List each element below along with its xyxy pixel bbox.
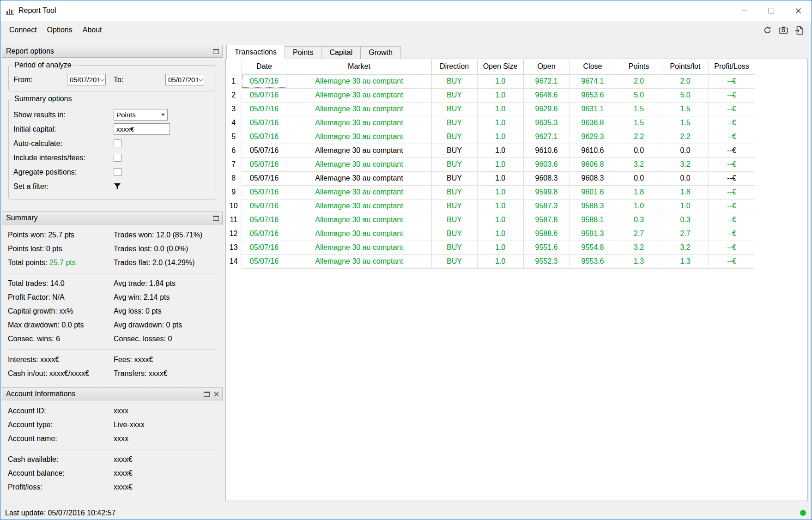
- cell-points[interactable]: 1.5: [616, 116, 662, 130]
- tab-capital[interactable]: Capital: [321, 46, 361, 59]
- cell-direction[interactable]: BUY: [431, 227, 477, 241]
- cell-points[interactable]: 0.3: [616, 213, 662, 227]
- cell-open[interactable]: 9627.1: [523, 130, 570, 144]
- agregate-positions-checkbox[interactable]: [114, 168, 121, 176]
- cell-profit-loss[interactable]: --€: [709, 213, 755, 227]
- cell-close[interactable]: 9591.3: [570, 227, 616, 241]
- cell-points[interactable]: 2.0: [616, 74, 662, 88]
- cell-market[interactable]: Allemagne 30 au comptant: [287, 144, 431, 157]
- cell-points[interactable]: 3.2: [616, 157, 662, 171]
- menu-item-about[interactable]: About: [78, 22, 107, 38]
- cell-market[interactable]: Allemagne 30 au comptant: [287, 171, 431, 185]
- cell-points-lot[interactable]: 0.0: [662, 144, 709, 157]
- cell-market[interactable]: Allemagne 30 au comptant: [287, 130, 431, 144]
- float-dock-icon[interactable]: [213, 49, 219, 54]
- maximize-button[interactable]: [758, 0, 785, 21]
- menu-item-connect[interactable]: Connect: [4, 22, 42, 38]
- tab-transactions[interactable]: Transactions: [226, 45, 285, 59]
- initial-capital-input[interactable]: [114, 123, 170, 135]
- cell-points-lot[interactable]: 3.2: [662, 157, 709, 171]
- cell-points[interactable]: 1.8: [616, 185, 662, 199]
- cell-date[interactable]: 05/07/16: [242, 102, 287, 116]
- cell-open-size[interactable]: 1.0: [477, 199, 523, 213]
- tab-points[interactable]: Points: [285, 46, 321, 59]
- float-dock-icon[interactable]: [213, 216, 219, 221]
- cell-open-size[interactable]: 1.0: [477, 116, 523, 130]
- cell-close[interactable]: 9629.3: [570, 130, 616, 144]
- cell-points[interactable]: 2.7: [616, 227, 662, 241]
- cell-points-lot[interactable]: 2.7: [662, 227, 709, 241]
- cell-open-size[interactable]: 1.0: [477, 144, 523, 157]
- column-header-points[interactable]: Points: [616, 59, 662, 74]
- cell-open-size[interactable]: 1.0: [477, 213, 523, 227]
- cell-direction[interactable]: BUY: [431, 213, 477, 227]
- export-button[interactable]: [795, 26, 803, 35]
- cell-open-size[interactable]: 1.0: [477, 102, 523, 116]
- cell-date[interactable]: 05/07/16: [242, 171, 287, 185]
- auto-calculate-checkbox[interactable]: [114, 139, 121, 147]
- cell-profit-loss[interactable]: --€: [709, 144, 755, 157]
- cell-profit-loss[interactable]: --€: [709, 88, 755, 102]
- cell-close[interactable]: 9636.8: [570, 116, 616, 130]
- cell-date[interactable]: 05/07/16: [242, 254, 287, 268]
- cell-points[interactable]: 1.0: [616, 199, 662, 213]
- cell-market[interactable]: Allemagne 30 au comptant: [287, 227, 431, 241]
- cell-open-size[interactable]: 1.0: [477, 130, 523, 144]
- cell-open[interactable]: 9588.6: [523, 227, 570, 241]
- cell-open-size[interactable]: 1.0: [477, 157, 523, 171]
- cell-open-size[interactable]: 1.0: [477, 254, 523, 268]
- cell-close[interactable]: 9608.3: [570, 171, 616, 185]
- row-number[interactable]: 13: [226, 241, 242, 254]
- cell-date[interactable]: 05/07/16: [242, 116, 287, 130]
- column-header-open-size[interactable]: Open Size: [477, 59, 523, 74]
- cell-direction[interactable]: BUY: [431, 185, 477, 199]
- cell-date[interactable]: 05/07/16: [242, 227, 287, 241]
- cell-direction[interactable]: BUY: [431, 254, 477, 268]
- cell-market[interactable]: Allemagne 30 au comptant: [287, 157, 431, 171]
- show-results-select[interactable]: Points: [114, 109, 168, 121]
- cell-profit-loss[interactable]: --€: [709, 102, 755, 116]
- row-number[interactable]: 8: [226, 171, 242, 185]
- cell-date[interactable]: 05/07/16: [242, 144, 287, 157]
- screenshot-button[interactable]: [779, 26, 788, 34]
- row-number[interactable]: 12: [226, 227, 242, 241]
- cell-open[interactable]: 9551.6: [523, 241, 570, 254]
- cell-direction[interactable]: BUY: [431, 171, 477, 185]
- cell-market[interactable]: Allemagne 30 au comptant: [287, 213, 431, 227]
- cell-points-lot[interactable]: 1.5: [662, 116, 709, 130]
- cell-profit-loss[interactable]: --€: [709, 130, 755, 144]
- refresh-button[interactable]: [763, 26, 772, 35]
- row-number[interactable]: 3: [226, 102, 242, 116]
- cell-points[interactable]: 2.2: [616, 130, 662, 144]
- close-dock-button[interactable]: [214, 392, 219, 397]
- row-number[interactable]: 6: [226, 144, 242, 157]
- cell-direction[interactable]: BUY: [431, 74, 477, 88]
- from-date-select[interactable]: 05/07/201: [67, 74, 106, 85]
- cell-points-lot[interactable]: 1.5: [662, 102, 709, 116]
- cell-market[interactable]: Allemagne 30 au comptant: [287, 199, 431, 213]
- filter-button[interactable]: [114, 183, 121, 190]
- cell-open[interactable]: 9672.1: [523, 74, 570, 88]
- row-number[interactable]: 2: [226, 88, 242, 102]
- cell-direction[interactable]: BUY: [431, 199, 477, 213]
- cell-open-size[interactable]: 1.0: [477, 185, 523, 199]
- cell-points[interactable]: 3.2: [616, 241, 662, 254]
- cell-close[interactable]: 9588.3: [570, 199, 616, 213]
- cell-date[interactable]: 05/07/16: [242, 199, 287, 213]
- cell-open[interactable]: 9599.8: [523, 185, 570, 199]
- cell-open-size[interactable]: 1.0: [477, 241, 523, 254]
- tab-growth[interactable]: Growth: [361, 46, 401, 59]
- cell-open-size[interactable]: 1.0: [477, 74, 523, 88]
- cell-profit-loss[interactable]: --€: [709, 185, 755, 199]
- cell-open[interactable]: 9587.8: [523, 213, 570, 227]
- cell-market[interactable]: Allemagne 30 au comptant: [287, 74, 431, 88]
- column-header-open[interactable]: Open: [523, 59, 570, 74]
- float-dock-icon[interactable]: [204, 392, 210, 397]
- cell-close[interactable]: 9601.6: [570, 185, 616, 199]
- cell-points-lot[interactable]: 5.0: [662, 88, 709, 102]
- cell-points[interactable]: 0.0: [616, 144, 662, 157]
- cell-points-lot[interactable]: 2.0: [662, 74, 709, 88]
- row-number[interactable]: 4: [226, 116, 242, 130]
- close-button[interactable]: [785, 0, 812, 21]
- cell-profit-loss[interactable]: --€: [709, 157, 755, 171]
